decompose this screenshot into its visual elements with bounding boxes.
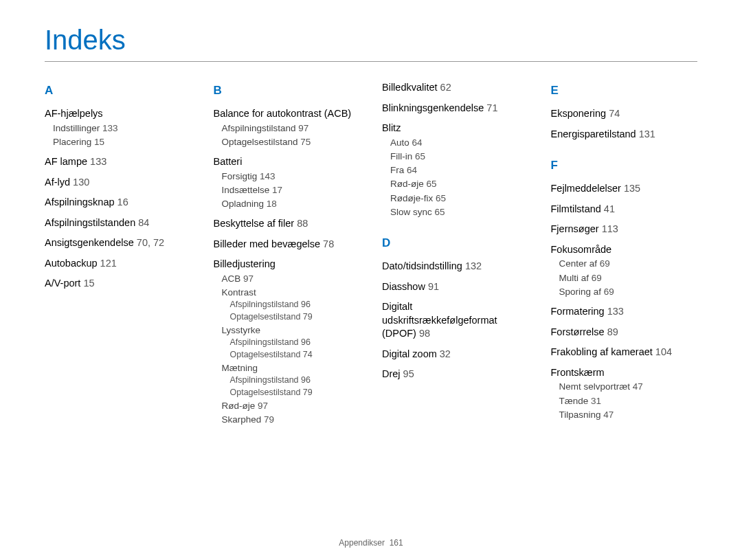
entry-term: Fjernsøger (551, 223, 599, 234)
index-entry: Diasshow 91 (382, 280, 529, 294)
entry-sub: Auto 64Fill-in 65Fra 64Rød-øje 65Rødøje-… (382, 137, 529, 219)
entry-page: 70, 72 (134, 237, 164, 248)
entry-page: 84 (135, 217, 149, 228)
sub-page: 133 (100, 123, 117, 133)
sub-page: 18 (264, 199, 277, 209)
entry-page: 135 (621, 183, 640, 194)
entry-term: Energisparetilstand (551, 128, 636, 139)
sub-term: ACB (222, 273, 241, 284)
section-letter: E (551, 84, 698, 98)
index-entry: Afspilningsknap 16 (45, 196, 192, 210)
index-entry: Frakobling af kameraet 104 (551, 346, 698, 359)
subsub-entry: Afspilningstilstand 96 (230, 374, 361, 386)
entry-term: Digitalt udskriftsrækkefølgeformat (DPOF… (382, 301, 497, 339)
sub-term: Optagelsestilstand (222, 137, 298, 147)
entry-page: 113 (599, 223, 618, 234)
entry-term: AF-hjælpelys (45, 108, 103, 119)
subsub-entry: Afspilningstilstand 96 (230, 337, 361, 348)
index-entry: Balance for autokontrast (ACB)Afspilning… (214, 107, 361, 148)
sub-term: Lysstyrke (222, 325, 261, 335)
entry-term: Frakobling af kameraet (551, 346, 653, 357)
entry-term: Filmtilstand (551, 203, 601, 214)
entry-page: 91 (425, 281, 439, 292)
sub-term: Placering (53, 137, 91, 147)
entry-page: 88 (294, 218, 308, 229)
sub-entry: LysstyrkeAfspilningstilstand 96Optagelse… (222, 324, 361, 361)
sub-term: Multi af (559, 273, 589, 283)
entry-page: 104 (653, 346, 672, 357)
sub-term: Opladning (222, 199, 265, 209)
entry-term: Drej (382, 368, 401, 379)
index-column: BBalance for autokontrast (ACB)Afspilnin… (214, 81, 361, 433)
sub-entry: Sporing af 69 (559, 286, 698, 298)
sub-term: Forsigtig (222, 171, 258, 181)
entry-page: 71 (484, 102, 497, 113)
entry-sub: Afspilningstilstand 97Optagelsestilstand… (214, 122, 361, 148)
sub-page: 65 (412, 151, 425, 161)
entry-page: 41 (601, 203, 615, 214)
sub-entry: ACB 97 (222, 273, 361, 285)
sub-term: Rød-øje (390, 179, 424, 189)
index-entry: BatteriForsigtig 143Indsættelse 17Opladn… (214, 155, 361, 210)
sub-page: 65 (432, 207, 445, 217)
entry-sub: Nemt selvportræt 47Tænde 31Tilpasning 47 (551, 381, 698, 421)
entry-term: Afspilningsknap (45, 197, 115, 208)
sub-page: 15 (91, 137, 104, 147)
sub-entry: Nemt selvportræt 47 (559, 381, 698, 393)
index-entry: Energisparetilstand 131 (551, 128, 698, 142)
entry-term: Billedkvalitet (382, 82, 438, 93)
index-column: Billedkvalitet 62Blinkningsgenkendelse 7… (382, 81, 529, 433)
entry-page: 133 (87, 156, 106, 167)
index-entry: FrontskærmNemt selvportræt 47Tænde 31Til… (551, 366, 698, 421)
index-entry: Digital zoom 32 (382, 348, 529, 361)
entry-page: 15 (80, 278, 94, 289)
entry-sub: Center af 69Multi af 69Sporing af 69 (551, 258, 698, 298)
sub-term: Rød-øje (222, 401, 256, 411)
entry-term: Blinkningsgenkendelse (382, 102, 484, 113)
entry-page: 121 (98, 258, 117, 269)
sub-term: Tænde (559, 396, 589, 406)
sub-entry: Indsættelse 17 (222, 184, 361, 197)
sub-entry: Optagelsestilstand 75 (222, 136, 361, 148)
sub-page: 17 (269, 185, 282, 195)
sub-sub: Afspilningstilstand 96Optagelsestilstand… (222, 299, 361, 323)
sub-term: Indsættelse (222, 185, 270, 195)
page-title: Indeks (45, 25, 697, 62)
index-entry: Billeder med bevægelse 78 (214, 238, 361, 251)
entry-page: 95 (401, 368, 414, 379)
sub-term: Skarphed (222, 414, 262, 425)
sub-entry: Fra 64 (390, 164, 529, 177)
index-entry: Formatering 133 (551, 305, 698, 319)
entry-term: AF lampe (45, 156, 87, 167)
section-letter: B (214, 84, 361, 98)
entry-term: Blitz (382, 122, 401, 133)
index-entry: Billedkvalitet 62 (382, 81, 529, 95)
sub-entry: Auto 64 (390, 137, 529, 149)
index-column: EEksponering 74Energisparetilstand 131FF… (551, 81, 698, 433)
sub-entry: Forsigtig 143 (222, 170, 361, 183)
index-entry: Digitalt udskriftsrækkefølgeformat (DPOF… (382, 300, 529, 341)
sub-term: Indstillinger (53, 123, 100, 133)
index-entry: Dato/tidsindstilling 132 (382, 260, 529, 273)
index-column: AAF-hjælpelysIndstillinger 133Placering … (45, 81, 192, 433)
index-entry: Forstørrelse 89 (551, 326, 698, 339)
entry-page: 98 (416, 328, 430, 339)
sub-page: 97 (255, 401, 268, 411)
index-entry: Ansigtsgenkendelse 70, 72 (45, 236, 192, 250)
sub-page: 69 (589, 273, 602, 283)
sub-entry: Multi af 69 (559, 272, 698, 284)
sub-term: Center af (559, 258, 598, 269)
entry-page: 131 (636, 128, 655, 139)
entry-sub: Indstillinger 133Placering 15 (45, 122, 192, 148)
index-entry: Eksponering 74 (551, 107, 698, 121)
sub-entry: Placering 15 (53, 136, 192, 148)
sub-page: 65 (433, 193, 446, 203)
sub-entry: Afspilningstilstand 97 (222, 122, 361, 135)
sub-page: 65 (424, 179, 437, 189)
index-entry: Blinkningsgenkendelse 71 (382, 102, 529, 115)
index-entry: Afspilningstilstanden 84 (45, 216, 192, 230)
entry-sub: ACB 97KontrastAfspilningstilstand 96Opta… (214, 273, 361, 427)
entry-page: 78 (320, 238, 334, 249)
sub-entry: Tænde 31 (559, 395, 698, 407)
footer: Appendikser 161 (0, 538, 742, 548)
